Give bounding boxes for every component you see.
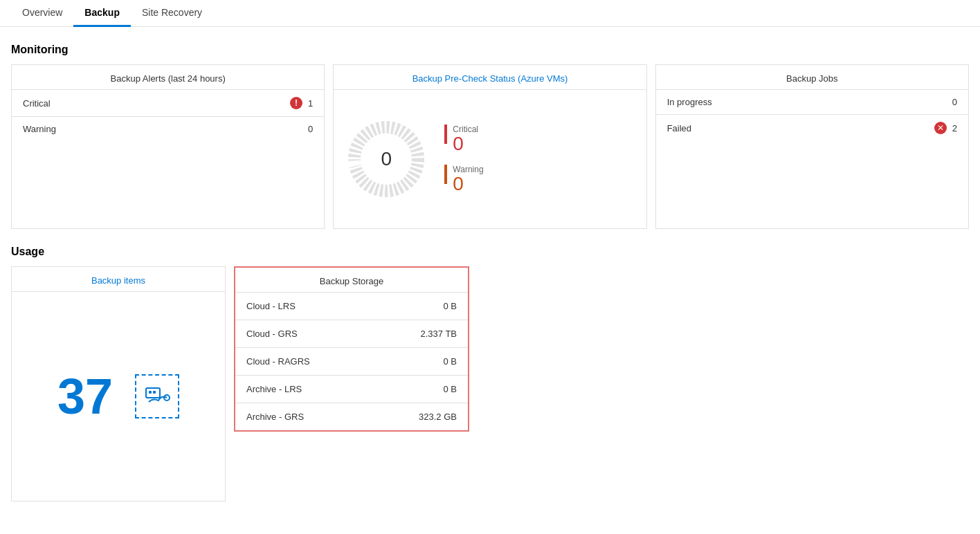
alerts-row-warning: Warning 0 (12, 117, 324, 141)
storage-label-cloud-lrs: Cloud - LRS (246, 301, 296, 311)
alerts-row-critical: Critical ! 1 (12, 90, 324, 117)
usage-heading: Usage (11, 246, 969, 258)
tab-site-recovery[interactable]: Site Recovery (131, 0, 213, 27)
backup-items-card: Backup items 37 (11, 266, 226, 501)
jobs-row-failed: Failed ✕ 2 (656, 115, 968, 141)
jobs-table: In progress 0 Failed ✕ 2 (656, 90, 968, 141)
storage-row-cloud-ragrs: Cloud - RAGRS 0 B (235, 348, 468, 376)
storage-row-archive-lrs: Archive - LRS 0 B (235, 376, 468, 403)
alerts-count-warning: 0 (308, 124, 313, 134)
storage-value-cloud-ragrs: 0 B (443, 356, 457, 367)
donut-center-value: 0 (381, 148, 392, 170)
alerts-count-critical: 1 (308, 98, 313, 109)
legend-item-critical: Critical 0 (444, 125, 483, 154)
jobs-label-inprogress: In progress (667, 97, 712, 107)
monitoring-heading: Monitoring (11, 44, 969, 56)
storage-label-cloud-ragrs: Cloud - RAGRS (246, 356, 310, 367)
backup-storage-title: Backup Storage (235, 268, 468, 293)
backup-jobs-card: Backup Jobs In progress 0 Failed ✕ 2 (655, 64, 969, 229)
backup-storage-card: Backup Storage Cloud - LRS 0 B Cloud - G… (234, 266, 469, 432)
alerts-label-critical: Critical (23, 98, 51, 109)
monitoring-row: Backup Alerts (last 24 hours) Critical !… (11, 64, 969, 229)
alerts-card-title: Backup Alerts (last 24 hours) (12, 65, 324, 90)
backup-items-icon (135, 374, 179, 418)
svg-rect-4 (153, 391, 156, 394)
storage-value-cloud-grs: 2.337 TB (420, 329, 457, 339)
donut-chart: 0 (345, 118, 428, 201)
storage-label-archive-grs: Archive - GRS (246, 412, 304, 422)
backup-alerts-card: Backup Alerts (last 24 hours) Critical !… (11, 64, 325, 229)
jobs-card-title: Backup Jobs (656, 65, 968, 90)
jobs-count-failed: 2 (952, 123, 957, 134)
precheck-legend: Critical 0 Warning 0 (444, 125, 483, 194)
storage-label-cloud-grs: Cloud - GRS (246, 329, 298, 339)
storage-row-cloud-grs: Cloud - GRS 2.337 TB (235, 320, 468, 348)
storage-row-archive-grs: Archive - GRS 323.2 GB (235, 403, 468, 430)
alerts-table: Critical ! 1 Warning 0 (12, 90, 324, 141)
warning-bar (444, 165, 447, 184)
storage-value-archive-lrs: 0 B (443, 384, 457, 394)
alerts-label-warning: Warning (23, 124, 56, 134)
backup-items-count: 37 (57, 371, 113, 421)
jobs-label-failed: Failed (667, 123, 691, 134)
storage-row-cloud-lrs: Cloud - LRS 0 B (235, 293, 468, 320)
precheck-card-title[interactable]: Backup Pre-Check Status (Azure VMs) (334, 65, 646, 90)
jobs-row-inprogress: In progress 0 (656, 90, 968, 115)
storage-value-cloud-lrs: 0 B (443, 301, 457, 311)
vm-icon-svg (143, 384, 171, 409)
backup-items-title[interactable]: Backup items (12, 267, 225, 292)
critical-alert-icon: ! (290, 97, 302, 109)
precheck-card-body: 0 Critical 0 Warnin (334, 90, 646, 228)
legend-value-critical: 0 (453, 134, 478, 154)
legend-item-warning: Warning 0 (444, 165, 483, 194)
backup-items-body: 37 (12, 292, 225, 501)
critical-bar (444, 125, 447, 144)
usage-row: Backup items 37 Backup Storage Cloud - L… (11, 266, 969, 501)
legend-value-warning: 0 (453, 174, 483, 194)
tab-backup[interactable]: Backup (73, 0, 131, 27)
storage-label-archive-lrs: Archive - LRS (246, 384, 302, 394)
failed-icon: ✕ (934, 122, 947, 134)
svg-rect-3 (149, 391, 152, 394)
precheck-card: Backup Pre-Check Status (Azure VMs) 0 Cr… (333, 64, 646, 229)
storage-value-archive-grs: 323.2 GB (419, 412, 457, 422)
jobs-count-inprogress: 0 (952, 97, 957, 107)
tab-overview[interactable]: Overview (11, 0, 73, 27)
nav-tabs: Overview Backup Site Recovery (0, 0, 980, 27)
storage-table: Cloud - LRS 0 B Cloud - GRS 2.337 TB Clo… (235, 293, 468, 430)
